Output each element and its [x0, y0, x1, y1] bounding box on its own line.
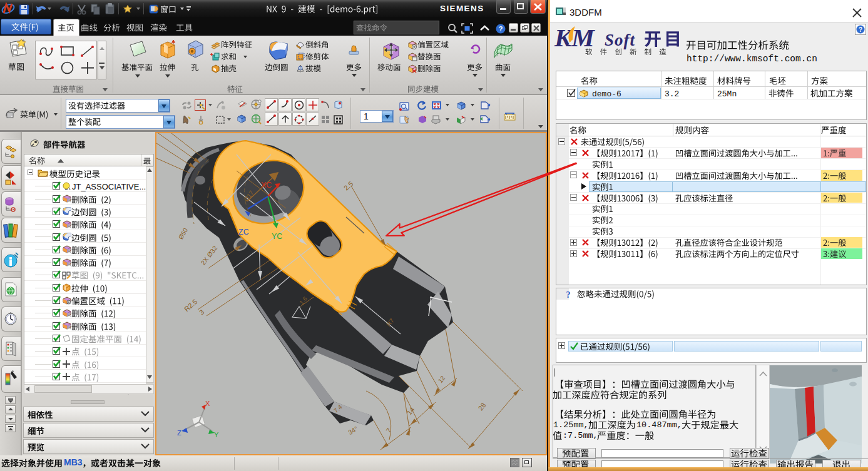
svg-text:X: X	[205, 400, 210, 407]
svg-text:?: ?	[566, 290, 571, 300]
svg-text:?: ?	[499, 25, 503, 33]
svg-text:Y: Y	[214, 431, 219, 438]
svg-text:?: ?	[859, 26, 862, 33]
svg-text:Z: Z	[177, 429, 181, 437]
